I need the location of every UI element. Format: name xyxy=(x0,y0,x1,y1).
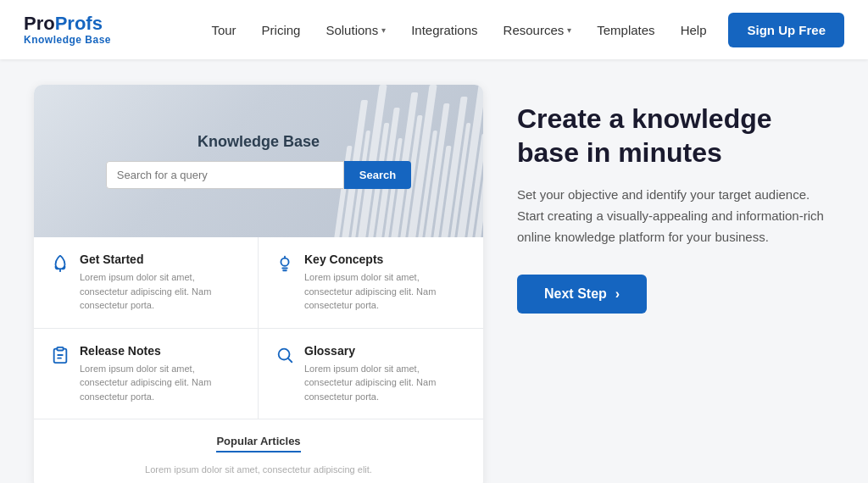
nav-item-solutions[interactable]: Solutions ▾ xyxy=(315,16,396,44)
kb-search-input[interactable] xyxy=(106,161,344,189)
popular-articles-text: Lorem ipsum dolor sit amet, consectetur … xyxy=(51,464,466,475)
kb-search-row: Search xyxy=(106,161,411,189)
knowledge-base-card: Knowledge Base Search Get St xyxy=(34,85,483,483)
nav-item-resources[interactable]: Resources ▾ xyxy=(493,16,582,44)
kb-hero: Knowledge Base Search xyxy=(34,85,483,237)
category-glossary-desc: Lorem ipsum dolor sit amet, consectetur … xyxy=(304,362,466,404)
category-key-concepts[interactable]: Key Concepts Lorem ipsum dolor sit amet,… xyxy=(259,237,483,329)
category-get-started[interactable]: Get Started Lorem ipsum dolor sit amet, … xyxy=(34,237,259,329)
logo: ProProfs Knowledge Base xyxy=(24,14,111,45)
kb-categories: Get Started Lorem ipsum dolor sit amet, … xyxy=(34,237,483,419)
kb-hero-title: Knowledge Base xyxy=(198,133,320,151)
next-step-button[interactable]: Next Step › xyxy=(517,275,647,314)
right-section: Create a knowledge base in minutes Set y… xyxy=(517,85,834,314)
popular-articles-section: Popular Articles Lorem ipsum dolor sit a… xyxy=(34,419,483,483)
popular-articles-title: Popular Articles xyxy=(216,435,300,452)
category-release-notes-desc: Lorem ipsum dolor sit amet, consectetur … xyxy=(80,362,241,404)
logo-subtitle: Knowledge Base xyxy=(24,35,111,45)
kb-search-button[interactable]: Search xyxy=(344,161,411,189)
nav-item-integrations[interactable]: Integrations xyxy=(401,16,487,44)
category-glossary[interactable]: Glossary Lorem ipsum dolor sit amet, con… xyxy=(259,329,483,419)
category-get-started-title: Get Started xyxy=(80,253,241,266)
chevron-right-icon: › xyxy=(615,286,620,302)
resources-dropdown-icon: ▾ xyxy=(567,25,571,35)
category-release-notes-title: Release Notes xyxy=(80,344,241,358)
nav-item-pricing[interactable]: Pricing xyxy=(252,16,311,44)
main-nav: Tour Pricing Solutions ▾ Integrations Re… xyxy=(201,13,844,47)
solutions-dropdown-icon: ▾ xyxy=(381,25,386,35)
svg-line-7 xyxy=(288,358,292,362)
clipboard-icon xyxy=(51,346,70,369)
category-get-started-desc: Lorem ipsum dolor sit amet, consectetur … xyxy=(80,270,241,313)
right-title: Create a knowledge base in minutes xyxy=(517,102,834,169)
logo-pro-text: Pro xyxy=(24,13,55,34)
main-content: Knowledge Base Search Get St xyxy=(0,59,868,483)
header: ProProfs Knowledge Base Tour Pricing Sol… xyxy=(0,0,868,59)
lightbulb-icon xyxy=(275,254,294,278)
category-glossary-title: Glossary xyxy=(304,344,466,358)
category-key-concepts-desc: Lorem ipsum dolor sit amet, consectetur … xyxy=(304,270,466,313)
svg-rect-3 xyxy=(57,347,63,350)
signup-button[interactable]: Sign Up Free xyxy=(728,13,844,47)
next-step-label: Next Step xyxy=(544,286,607,302)
category-release-notes[interactable]: Release Notes Lorem ipsum dolor sit amet… xyxy=(34,329,259,419)
nav-item-help[interactable]: Help xyxy=(670,16,717,44)
nav-item-templates[interactable]: Templates xyxy=(587,16,665,44)
rocket-icon xyxy=(51,254,70,278)
search-icon xyxy=(275,346,294,369)
category-key-concepts-title: Key Concepts xyxy=(304,253,466,266)
logo-profs-text: Profs xyxy=(55,13,103,34)
right-description: Set your objective and identify your tar… xyxy=(517,185,834,247)
svg-point-1 xyxy=(281,258,288,266)
nav-item-tour[interactable]: Tour xyxy=(201,16,246,44)
